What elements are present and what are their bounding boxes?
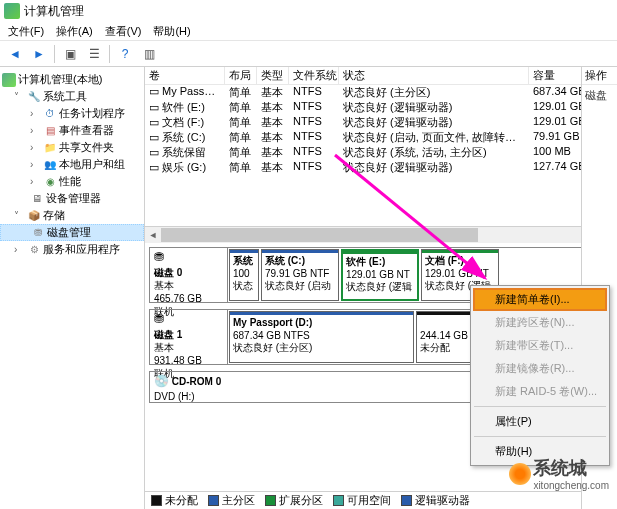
- titlebar: 计算机管理: [0, 0, 617, 22]
- menu-view[interactable]: 查看(V): [101, 24, 146, 39]
- col-filesystem[interactable]: 文件系统: [289, 67, 339, 84]
- back-icon[interactable]: ◄: [4, 43, 26, 65]
- col-type[interactable]: 类型: [257, 67, 289, 84]
- tree-shared[interactable]: ›📁共享文件夹: [0, 139, 144, 156]
- col-status[interactable]: 状态: [339, 67, 529, 84]
- volume-row[interactable]: ▭ 系统保留简单基本NTFS状态良好 (系统, 活动, 主分区)100 MB65: [145, 145, 617, 160]
- legend-logical: 逻辑驱动器: [415, 493, 470, 508]
- watermark: 系统城 xitongcheng.com: [509, 456, 609, 491]
- ctx-new-striped-volume: 新建带区卷(T)...: [473, 334, 607, 357]
- list-icon[interactable]: ▥: [138, 43, 160, 65]
- tree-root[interactable]: 计算机管理(本地): [0, 71, 144, 88]
- tree-localusers[interactable]: ›👥本地用户和组: [0, 156, 144, 173]
- scroll-left-icon[interactable]: ◄: [145, 227, 161, 243]
- ctx-new-raid5-volume: 新建 RAID-5 卷(W)...: [473, 380, 607, 403]
- actions-label[interactable]: 磁盘: [582, 85, 617, 106]
- watermark-url: xitongcheng.com: [533, 480, 609, 491]
- partition-e[interactable]: 软件 (E:)129.01 GB NT状态良好 (逻辑: [341, 249, 419, 301]
- legend-extended: 扩展分区: [279, 493, 323, 508]
- tree-storage[interactable]: ˅📦存储: [0, 207, 144, 224]
- legend: 未分配 主分区 扩展分区 可用空间 逻辑驱动器: [145, 491, 617, 509]
- ctx-new-simple-volume[interactable]: 新建简单卷(I)...: [473, 288, 607, 311]
- tree-systools[interactable]: ˅🔧系统工具: [0, 88, 144, 105]
- menu-help[interactable]: 帮助(H): [149, 24, 194, 39]
- disk-0-label: ⛃ 磁盘 0 基本 465.76 GB 联机: [150, 248, 228, 302]
- forward-icon[interactable]: ►: [28, 43, 50, 65]
- volumes-header[interactable]: 卷 布局 类型 文件系统 状态 容量 可: [145, 67, 617, 85]
- legend-freespace: 可用空间: [347, 493, 391, 508]
- toolbar: ◄ ► ▣ ☰ ? ▥: [0, 41, 617, 67]
- menu-file[interactable]: 文件(F): [4, 24, 48, 39]
- volume-row[interactable]: ▭ My Passport (D:)简单基本NTFS状态良好 (主分区)687.…: [145, 85, 617, 100]
- legend-unallocated: 未分配: [165, 493, 198, 508]
- menu-action[interactable]: 操作(A): [52, 24, 97, 39]
- ctx-new-mirrored-volume: 新建镜像卷(R)...: [473, 357, 607, 380]
- tree-devmgr[interactable]: 🖥设备管理器: [0, 190, 144, 207]
- ctx-new-spanned-volume: 新建跨区卷(N)...: [473, 311, 607, 334]
- up-icon[interactable]: ▣: [59, 43, 81, 65]
- disk-1-label: ⛃ 磁盘 1 基本 931.48 GB 联机: [150, 310, 228, 364]
- col-layout[interactable]: 布局: [225, 67, 257, 84]
- volumes-list: 卷 布局 类型 文件系统 状态 容量 可 ▭ My Passport (D:)简…: [145, 67, 617, 227]
- nav-tree[interactable]: 计算机管理(本地) ˅🔧系统工具 ›⏱任务计划程序 ›▤事件查看器 ›📁共享文件…: [0, 67, 145, 509]
- app-icon: [4, 3, 20, 19]
- props-icon[interactable]: ☰: [83, 43, 105, 65]
- partition-sysreserved[interactable]: 系统100状态: [229, 249, 259, 301]
- volume-row[interactable]: ▭ 娱乐 (G:)简单基本NTFS状态良好 (逻辑驱动器)127.74 GB11: [145, 160, 617, 175]
- legend-primary: 主分区: [222, 493, 255, 508]
- menubar: 文件(F) 操作(A) 查看(V) 帮助(H): [0, 22, 617, 41]
- volume-row[interactable]: ▭ 软件 (E:)简单基本NTFS状态良好 (逻辑驱动器)129.01 GB10: [145, 100, 617, 115]
- tree-services[interactable]: ›⚙服务和应用程序: [0, 241, 144, 258]
- volume-row[interactable]: ▭ 文档 (F:)简单基本NTFS状态良好 (逻辑驱动器)129.01 GB94: [145, 115, 617, 130]
- actions-header: 操作: [582, 67, 617, 85]
- tree-tasksched[interactable]: ›⏱任务计划程序: [0, 105, 144, 122]
- disk-icon: ⛃: [154, 312, 223, 328]
- scrollbar-horizontal[interactable]: ◄ ►: [145, 227, 617, 243]
- partition-c[interactable]: 系统 (C:)79.91 GB NTF状态良好 (启动: [261, 249, 339, 301]
- watermark-icon: [509, 463, 531, 485]
- tree-diskmgmt[interactable]: ⛃磁盘管理: [0, 224, 144, 241]
- volume-row[interactable]: ▭ 系统 (C:)简单基本NTFS状态良好 (启动, 页面文件, 故障转储, 主…: [145, 130, 617, 145]
- refresh-icon[interactable]: ?: [114, 43, 136, 65]
- tree-perf[interactable]: ›◉性能: [0, 173, 144, 190]
- window-title: 计算机管理: [24, 3, 84, 20]
- disc-icon: 💿: [154, 374, 169, 388]
- col-volume[interactable]: 卷: [145, 67, 225, 84]
- disk-icon: ⛃: [154, 250, 223, 266]
- tree-eventvwr[interactable]: ›▤事件查看器: [0, 122, 144, 139]
- scroll-thumb[interactable]: [161, 228, 478, 242]
- context-menu: 新建简单卷(I)... 新建跨区卷(N)... 新建带区卷(T)... 新建镜像…: [470, 285, 610, 466]
- partition-d[interactable]: My Passport (D:)687.34 GB NTFS状态良好 (主分区): [229, 311, 414, 363]
- watermark-brand: 系统城: [533, 456, 609, 480]
- ctx-properties[interactable]: 属性(P): [473, 410, 607, 433]
